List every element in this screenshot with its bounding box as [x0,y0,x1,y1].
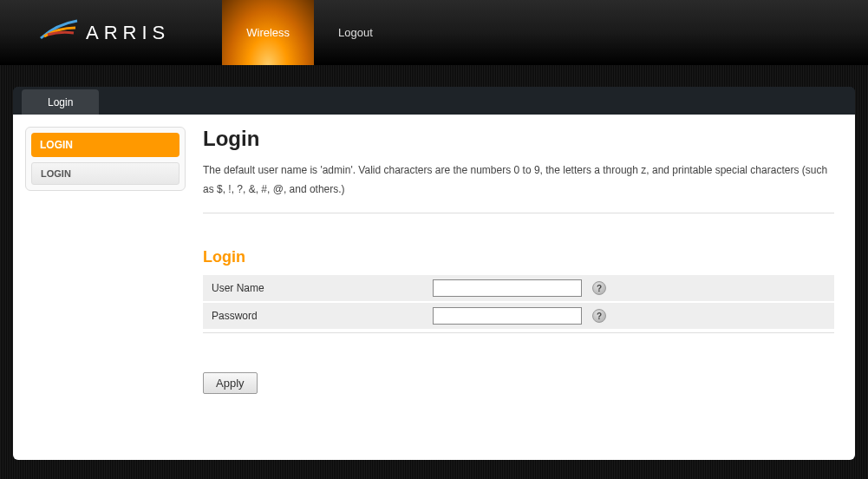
username-input[interactable] [433,279,582,297]
content-wrap: LOGIN LOGIN Login The default user name … [13,115,855,460]
top-nav: Wireless Logout [222,0,397,65]
tab-bar: Login [13,87,855,115]
password-row: Password ? [203,303,834,329]
brand-text: ARRIS [86,22,170,44]
password-input[interactable] [433,307,582,325]
top-header: ARRIS Wireless Logout [0,0,868,65]
tab-login[interactable]: Login [22,89,99,115]
help-icon[interactable]: ? [592,309,606,323]
form-section-title: Login [203,248,834,266]
main-container: Login LOGIN LOGIN Login The default user… [13,87,855,460]
help-icon[interactable]: ? [592,281,606,295]
arris-swoosh-icon [39,16,81,42]
sidebar-item-login[interactable]: LOGIN [31,162,179,185]
sidebar-box: LOGIN LOGIN [25,127,186,191]
username-row: User Name ? [203,275,834,301]
username-label: User Name [212,282,433,294]
nav-wireless[interactable]: Wireless [222,0,314,65]
sidebar-header: LOGIN [31,133,179,157]
login-form: User Name ? Password ? [203,275,834,333]
apply-button[interactable]: Apply [203,372,258,394]
sidebar: LOGIN LOGIN [25,127,186,448]
brand-logo: ARRIS [39,22,170,44]
page-description: The default user name is 'admin'. Valid … [203,161,834,213]
nav-logout[interactable]: Logout [314,0,397,65]
page-title: Login [203,127,834,151]
main-content: Login The default user name is 'admin'. … [203,127,843,448]
password-label: Password [212,310,433,322]
